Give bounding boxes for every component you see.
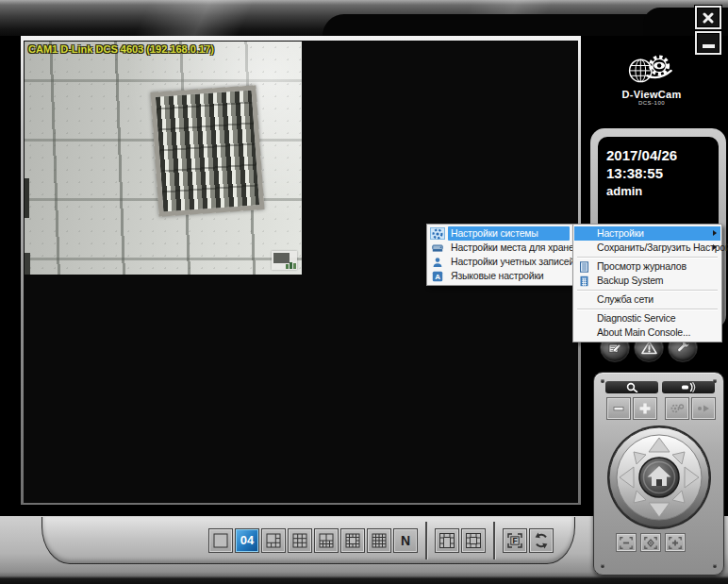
preset-icon [670,402,685,415]
fullscreen-icon: F [505,531,524,550]
titlebar-shine [85,0,330,36]
status-user: admin [606,183,710,200]
focus-buttons [616,533,686,552]
focus-far-button[interactable] [665,533,686,552]
menu-item-storage-settings[interactable]: Настройки места для хранения [428,241,571,255]
menu-item-account-settings[interactable]: Настройки учетных записей [428,255,571,269]
menu-item-label: Сохранить/Загрузить Настройки [594,241,728,255]
layout-frame-a-button[interactable] [435,528,459,553]
toolbar-separator [493,522,495,559]
wall-edge [25,253,30,275]
menu-item-about-main-console[interactable]: About Main Console... [574,325,720,340]
zoom-out-button[interactable] [606,397,631,420]
layout-13-icon [343,531,362,550]
ptz-panel [593,372,724,576]
logo-subtitle: DCS-100 [596,100,707,106]
osd-status-icon [286,260,296,269]
layout-frame-a-icon [438,531,456,550]
menu-item-label: About Main Console... [594,325,719,340]
layout-16-button[interactable] [367,528,391,553]
layout-frame-b-button[interactable] [461,528,486,553]
layout-13-button[interactable] [340,528,365,553]
layout-4-label: 04 [240,533,254,547]
system-settings-menu: Настройки системы Настройки места для хр… [426,224,573,286]
magnifier-icon [624,382,639,392]
camera-label: CAM1 D-Link DCS 4603 (192.168.0.17) [28,43,214,55]
volume-section-header [662,381,715,393]
layout-9-button[interactable] [288,528,312,553]
language-icon: A [430,270,445,282]
plus-icon [637,401,653,416]
user-icon [430,256,445,268]
wall-edge [25,178,29,218]
zoom-section-header [605,381,658,393]
camera-view-cam1[interactable]: CAM1 D-Link DCS 4603 (192.168.0.17) [25,42,302,275]
submenu-arrow-icon [713,230,717,236]
backup-icon [576,275,591,287]
menu-item-backup-system[interactable]: Backup System [574,274,720,288]
focus-near-button[interactable] [616,533,637,552]
dviewcam-logo: D-ViewCam DCS-100 [596,53,707,106]
dviewcam-logo-icon [621,53,682,87]
ceiling-light-fixture [151,85,265,216]
menu-item-label: Настройки [594,226,719,241]
layout-4-button[interactable]: 04 [235,528,259,553]
preset-button[interactable] [665,397,689,420]
layout-n-label: N [401,533,410,548]
gear-icon [430,227,445,240]
menu-item-label: Diagnostic Service [594,311,719,325]
layout-n-button[interactable]: N [393,528,418,553]
close-button[interactable] [695,6,721,29]
screw-icon [601,379,604,383]
menu-item-label: Настройки учетных записей [448,255,574,269]
logo-title: D-ViewCam [596,89,707,100]
storage-icon [430,242,445,254]
close-icon [703,12,714,24]
rotate-views-button[interactable] [529,528,554,553]
layout-single-icon [211,531,230,550]
screw-icon [713,564,717,568]
ptz-joystick[interactable] [606,425,712,530]
layout-frame-b-icon [464,531,483,550]
fullscreen-button[interactable]: F [503,528,527,553]
screw-icon [601,564,604,568]
svg-text:A: A [435,273,440,281]
layout-16-icon [370,531,389,550]
focus-near-icon [619,536,634,550]
menu-item-diagnostic-service[interactable]: Diagnostic Service [574,311,720,325]
menu-item-label: Настройки системы [448,226,570,241]
menu-separator [577,309,718,309]
menu-item-network-service[interactable]: Служба сети [574,292,720,307]
menu-item-system-settings[interactable]: Настройки системы [428,226,571,241]
layout-6-button[interactable] [261,528,286,553]
camera-osd-icon [272,251,297,270]
focus-auto-button[interactable] [640,533,661,552]
layout-9-icon [290,531,309,550]
submenu-arrow-icon [713,244,717,250]
menu-item-label: Языковые настройки [448,269,570,283]
minimize-icon [703,44,715,48]
minimize-button[interactable] [695,31,721,55]
toolbar-separator [425,522,427,559]
menu-item-log-viewer[interactable]: Просмотр журналов [574,259,720,274]
patrol-icon [696,402,711,415]
layout-toolbar: 04 [41,517,575,564]
menu-item-settings[interactable]: Настройки [574,226,720,241]
zoom-in-button[interactable] [633,397,657,420]
titlebar [0,0,728,36]
minus-icon [611,401,626,416]
layout-10-button[interactable] [314,528,339,553]
layout-1-button[interactable] [208,528,233,553]
menu-separator [577,290,718,291]
focus-far-icon [668,536,683,550]
menu-item-save-load-settings[interactable]: Сохранить/Загрузить Настройки [574,241,720,255]
menu-item-language-settings[interactable]: A Языковые настройки [428,269,571,283]
menu-item-label: Служба сети [594,292,719,307]
rotate-icon [532,531,551,550]
main-menu: Настройки Сохранить/Загрузить Настройки … [572,224,722,342]
fullscreen-label: F [512,536,517,545]
status-time: 13:38:55 [606,165,710,183]
layout-6-icon [264,531,283,550]
patrol-button[interactable] [691,397,716,420]
menu-separator [577,257,718,258]
